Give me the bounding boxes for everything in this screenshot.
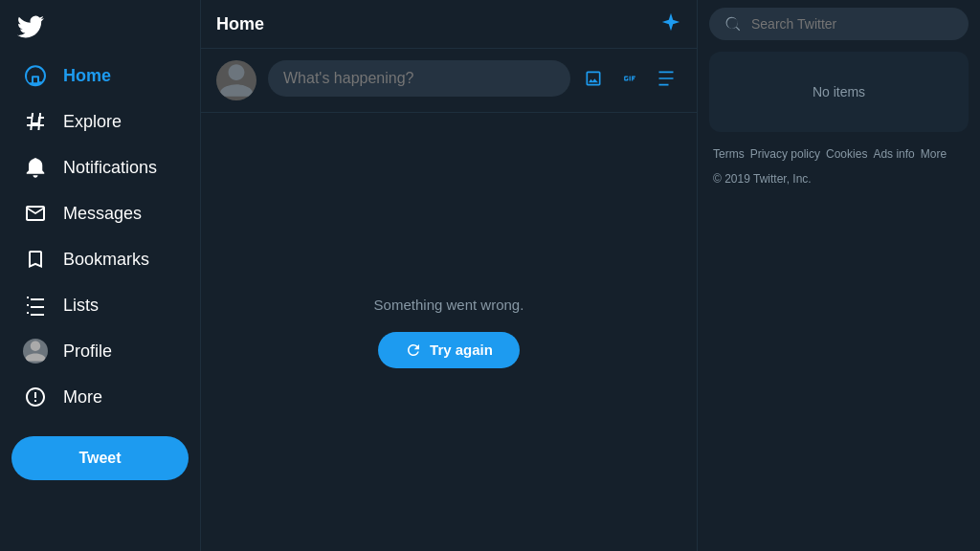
add-thread-button[interactable] (651, 63, 681, 94)
search-bar (698, 0, 980, 48)
sidebar-home-label: Home (63, 66, 111, 86)
footer-links: Terms Privacy policy Cookies Ads info Mo… (698, 136, 980, 172)
footer-link-cookies[interactable]: Cookies (826, 147, 867, 161)
sidebar-item-more[interactable]: More (11, 375, 189, 419)
sidebar-more-label: More (63, 387, 102, 408)
sidebar: Home Explore Notifications (0, 0, 201, 551)
compose-actions (578, 63, 681, 94)
tweet-button[interactable]: Tweet (11, 436, 189, 480)
sidebar-explore-label: Explore (63, 112, 122, 132)
search-input[interactable] (751, 16, 953, 32)
sidebar-item-explore[interactable]: Explore (11, 99, 189, 143)
compose-avatar (216, 60, 256, 100)
no-items-text: No items (813, 84, 865, 99)
search-input-wrapper[interactable] (709, 8, 969, 40)
main-header: Home (201, 0, 697, 49)
profile-icon (23, 339, 48, 364)
footer-link-ads[interactable]: Ads info (873, 147, 914, 161)
image-icon (584, 69, 603, 88)
error-state: Something went wrong. Try again (201, 113, 697, 551)
sidebar-item-home[interactable]: Home (11, 54, 189, 98)
footer-copyright: © 2019 Twitter, Inc. (698, 172, 980, 197)
sidebar-item-notifications[interactable]: Notifications (11, 145, 189, 189)
compose-area (201, 49, 697, 113)
main-content: Home (201, 0, 698, 551)
sidebar-profile-label: Profile (63, 342, 112, 362)
home-icon (23, 63, 48, 88)
refresh-icon (405, 342, 422, 359)
compose-input[interactable] (268, 60, 570, 97)
add-gif-button[interactable] (614, 63, 645, 94)
sidebar-notifications-label: Notifications (63, 158, 157, 178)
bookmark-icon (23, 247, 48, 272)
sidebar-item-bookmarks[interactable]: Bookmarks (11, 237, 189, 281)
bell-icon (23, 155, 48, 180)
footer-link-terms[interactable]: Terms (713, 147, 745, 161)
compose-input-wrapper (268, 60, 681, 97)
twitter-logo[interactable] (11, 8, 50, 46)
error-message: Something went wrong. (374, 297, 524, 313)
footer-link-more[interactable]: More (921, 147, 947, 161)
sidebar-item-profile[interactable]: Profile (11, 329, 189, 373)
page-title: Home (216, 14, 264, 34)
footer-link-privacy[interactable]: Privacy policy (750, 147, 820, 161)
sidebar-messages-label: Messages (63, 204, 142, 224)
no-items-box: No items (709, 52, 969, 132)
sidebar-bookmarks-label: Bookmarks (63, 250, 149, 270)
thread-icon (657, 69, 676, 88)
mail-icon (23, 201, 48, 226)
list-icon (23, 293, 48, 318)
sidebar-item-messages[interactable]: Messages (11, 191, 189, 235)
gif-icon (620, 69, 639, 88)
try-again-label: Try again (430, 342, 493, 358)
right-sidebar: No items Terms Privacy policy Cookies Ad… (698, 0, 980, 551)
explore-icon (23, 109, 48, 134)
add-image-button[interactable] (578, 63, 609, 94)
search-icon (724, 15, 742, 33)
sidebar-item-lists[interactable]: Lists (11, 283, 189, 327)
more-circle-icon (23, 385, 48, 409)
sidebar-lists-label: Lists (63, 296, 99, 316)
try-again-button[interactable]: Try again (378, 332, 520, 368)
twitter-bird-icon (17, 13, 44, 40)
sparkle-icon[interactable] (660, 11, 681, 36)
